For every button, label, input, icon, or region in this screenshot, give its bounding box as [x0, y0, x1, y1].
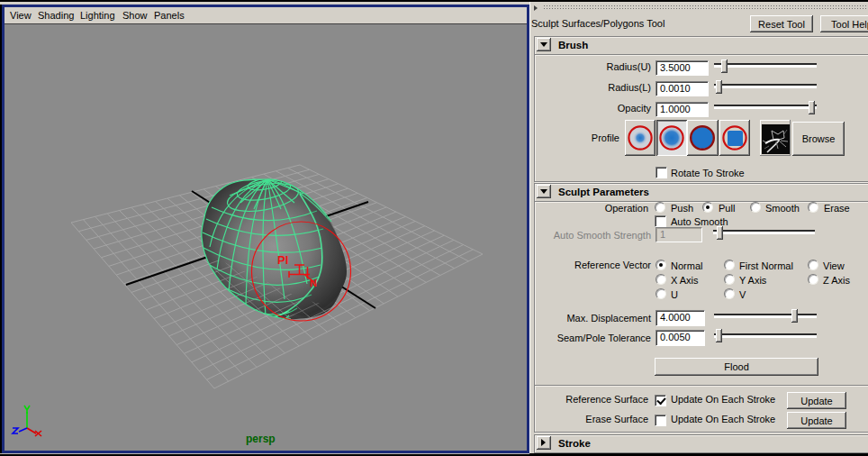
svg-text:Pl: Pl [277, 253, 288, 267]
svg-text:N: N [310, 278, 317, 288]
svg-text:persp: persp [246, 433, 276, 445]
